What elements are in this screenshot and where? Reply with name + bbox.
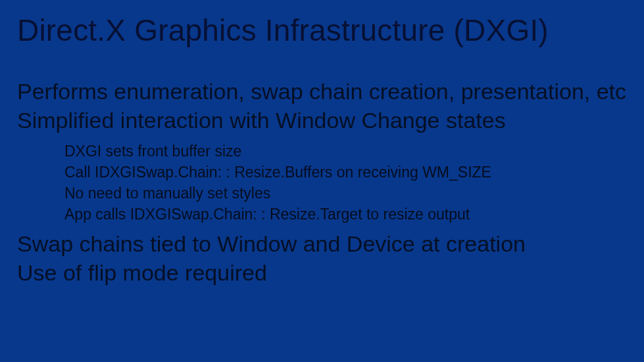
body-line-3: Swap chains tied to Window and Device at… xyxy=(17,230,627,259)
sub-bullet-block: DXGI sets front buffer size Call IDXGISw… xyxy=(64,141,627,225)
sub-line-3: No need to manually set styles xyxy=(64,183,627,204)
sub-line-1: DXGI sets front buffer size xyxy=(64,141,627,162)
sub-line-4: App calls IDXGISwap.Chain: : Resize.Targ… xyxy=(64,204,627,225)
body-line-1: Performs enumeration, swap chain creatio… xyxy=(17,78,627,106)
body-line-2: Simplified interaction with Window Chang… xyxy=(17,106,627,135)
body-line-4: Use of flip mode required xyxy=(17,259,627,288)
sub-line-2: Call IDXGISwap.Chain: : Resize.Buffers o… xyxy=(64,162,627,183)
slide: Direct.X Graphics Infrastructure (DXGI) … xyxy=(0,0,644,362)
slide-title: Direct.X Graphics Infrastructure (DXGI) xyxy=(17,14,627,46)
